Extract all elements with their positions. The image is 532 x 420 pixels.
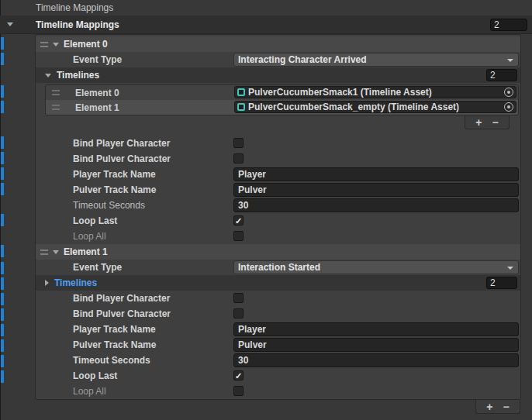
field-label: Loop Last (73, 215, 117, 226)
override-indicator (1, 101, 4, 113)
bind-player-row: Bind Player Character (36, 136, 520, 151)
field-label: Loop All (73, 386, 106, 397)
timeline-item-row[interactable]: Element 1 PulverCucumberSmack_empty (Tim… (46, 100, 518, 115)
override-indicator (1, 355, 4, 367)
dropdown-value: Interaction Started (238, 262, 320, 273)
loop-last-checkbox[interactable]: ✓ (233, 215, 244, 225)
player-track-input[interactable] (233, 167, 519, 181)
bind-player-checkbox[interactable] (233, 293, 244, 303)
remove-button[interactable]: − (492, 117, 499, 128)
event-type-dropdown[interactable]: Interacting Character Arrived (233, 53, 519, 67)
field-label: Timeout Seconds (73, 200, 145, 211)
timeline-asset-icon (237, 103, 245, 111)
add-button[interactable]: + (486, 401, 492, 412)
timelines-list: Element 0 PulverCucumberSmack1 (Timeline… (45, 84, 519, 115)
timeline-mappings-list: Element 0 Event Type Interacting Charact… (35, 34, 521, 400)
event-type-row: Event Type Interaction Started (36, 260, 520, 275)
loop-last-row: Loop Last ✓ (36, 368, 520, 384)
list-title: Timeline Mappings (36, 19, 119, 30)
element-0-header[interactable]: Element 0 (36, 36, 520, 52)
bind-pulver-checkbox[interactable] (233, 153, 244, 164)
override-indicator (1, 53, 4, 65)
foldout-expanded-icon[interactable] (53, 43, 59, 46)
drag-handle-icon[interactable] (40, 250, 48, 255)
timeline-mappings-header[interactable]: Timeline Mappings (0, 15, 532, 34)
pulver-track-row: Pulver Track Name (36, 182, 520, 198)
override-indicator (1, 339, 4, 352)
timeline-asset-field[interactable]: PulverCucumberSmack1 (Timeline Asset) (234, 86, 516, 98)
timelines-header[interactable]: Timelines (36, 67, 520, 83)
bind-pulver-row: Bind Pulver Character (36, 151, 520, 167)
field-label: Player Track Name (73, 324, 156, 335)
foldout-expanded-icon[interactable] (7, 22, 13, 26)
override-indicator (1, 245, 4, 257)
override-indicator (1, 308, 4, 321)
event-type-row: Event Type Interacting Character Arrived (36, 52, 520, 67)
field-label: Timeout Seconds (73, 355, 150, 366)
timeline-mappings-list-controls: + − (475, 400, 520, 414)
timeline-item-label: Element 1 (75, 102, 119, 113)
override-indicator (1, 183, 4, 195)
field-label: Player Track Name (73, 169, 156, 180)
timelines-header-collapsed[interactable]: Timelines (36, 275, 520, 291)
event-type-dropdown[interactable]: Interaction Started (233, 260, 519, 274)
field-label: Loop Last (73, 370, 117, 381)
dropdown-value: Interacting Character Arrived (238, 54, 367, 65)
timeline-asset-name: PulverCucumberSmack1 (Timeline Asset) (248, 87, 504, 98)
element-1-header[interactable]: Element 1 (36, 244, 520, 260)
unity-inspector-panel: Timeline Mappings Timeline Mappings Elem… (0, 0, 532, 420)
timeout-row: Timeout Seconds (36, 353, 520, 368)
object-picker-icon[interactable] (504, 88, 513, 97)
timeline-asset-name: PulverCucumberSmack_empty (Timeline Asse… (248, 102, 504, 112)
override-indicator (1, 324, 4, 336)
property-label-row: Timeline Mappings (0, 0, 532, 15)
bind-pulver-row: Bind Pulver Character (36, 306, 520, 322)
foldout-expanded-icon[interactable] (45, 74, 51, 77)
override-indicator (1, 214, 4, 226)
bind-player-checkbox[interactable] (233, 138, 244, 148)
drag-handle-icon[interactable] (40, 42, 48, 47)
bind-player-row: Bind Player Character (36, 291, 520, 306)
loop-all-checkbox[interactable] (233, 386, 244, 396)
player-track-row: Player Track Name (36, 167, 520, 182)
field-label: Pulver Track Name (73, 184, 156, 195)
timeline-item-row[interactable]: Element 0 PulverCucumberSmack1 (Timeline… (46, 85, 518, 100)
list-size-field[interactable] (490, 19, 527, 31)
element-title: Element 1 (64, 246, 108, 257)
player-track-input[interactable] (233, 322, 519, 336)
field-label: Bind Player Character (73, 293, 170, 304)
timeline-asset-field[interactable]: PulverCucumberSmack_empty (Timeline Asse… (234, 101, 516, 113)
element-title: Element 0 (64, 39, 108, 50)
loop-all-checkbox[interactable] (233, 231, 244, 241)
drag-handle-icon[interactable] (52, 90, 60, 95)
loop-last-row: Loop Last ✓ (36, 213, 520, 229)
field-label: Bind Pulver Character (73, 308, 171, 319)
remove-button[interactable]: − (503, 401, 510, 412)
player-track-row: Player Track Name (36, 322, 520, 337)
override-indicator (1, 136, 4, 149)
object-picker-icon[interactable] (504, 102, 513, 112)
pulver-track-input[interactable] (233, 338, 519, 352)
timelines-list-controls: + − (465, 115, 510, 129)
override-indicator (1, 370, 4, 383)
timelines-size-field[interactable] (486, 277, 517, 289)
loop-all-row: Loop All (36, 384, 520, 399)
foldout-expanded-icon[interactable] (53, 250, 59, 254)
chevron-down-icon (507, 59, 513, 62)
bind-pulver-checkbox[interactable] (233, 308, 244, 318)
override-indicator (1, 37, 4, 50)
chevron-down-icon (507, 267, 513, 270)
timeout-input[interactable] (233, 198, 519, 212)
field-label: Pulver Track Name (73, 339, 156, 350)
loop-last-checkbox[interactable]: ✓ (233, 370, 244, 380)
foldout-collapsed-icon[interactable] (45, 280, 49, 286)
property-label: Timeline Mappings (36, 2, 113, 13)
timeline-asset-icon (237, 88, 245, 96)
pulver-track-input[interactable] (233, 183, 519, 197)
pulver-track-row: Pulver Track Name (36, 337, 520, 353)
timelines-size-field[interactable] (486, 69, 517, 81)
add-button[interactable]: + (475, 117, 482, 128)
drag-handle-icon[interactable] (52, 105, 60, 110)
timeout-input[interactable] (233, 353, 519, 367)
override-indicator (1, 85, 4, 98)
